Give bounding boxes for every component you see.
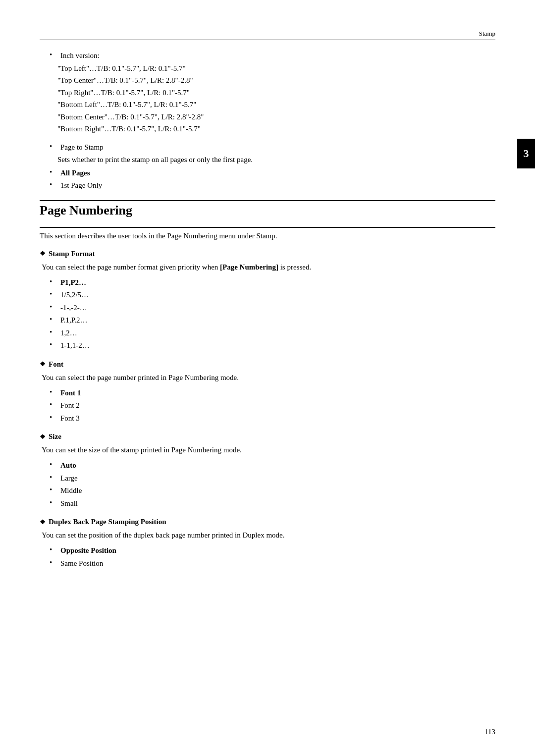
page-to-stamp-section: • Page to Stamp Sets whether to print th… — [40, 142, 495, 191]
small-label: Small — [60, 498, 78, 509]
bullet-dot-fraction: • — [50, 290, 57, 298]
p1p2-bullet: • P1,P2… — [40, 277, 495, 288]
duplex-block: ❖ Duplex Back Page Stamping Position You… — [40, 518, 495, 569]
inch-bottom-center: "Bottom Center"…T/B: 0.1"-5.7", L/R: 2.8… — [40, 111, 495, 123]
page-number: 113 — [484, 728, 495, 736]
p-dot-bullet: • P.1,P.2… — [40, 315, 495, 326]
bullet-dot-font2: • — [50, 400, 57, 409]
bullet-dot-p1p2: • — [50, 277, 57, 286]
diamond-icon-stamp-format: ❖ — [40, 250, 46, 258]
header-label: Stamp — [479, 30, 495, 38]
inch-version-bullet: • Inch version: — [40, 50, 495, 61]
page-container: Stamp 3 • Inch version: "Top Left"…T/B: … — [0, 0, 535, 756]
stamp-format-heading: ❖ Stamp Format — [40, 250, 495, 258]
bullet-dot-first-page: • — [50, 180, 57, 189]
bullet-dot-page: • — [50, 142, 57, 151]
font-heading: ❖ Font — [40, 360, 495, 369]
page-numbering-title: Page Numbering — [40, 203, 495, 218]
bullet-dot-large: • — [50, 473, 57, 482]
diamond-icon-font: ❖ — [40, 360, 46, 368]
size-block: ❖ Size You can set the size of the stamp… — [40, 432, 495, 509]
font3-label: Font 3 — [60, 413, 80, 424]
simple-num-bullet: • 1,2… — [40, 327, 495, 339]
bullet-dot-hyphen: • — [50, 340, 57, 349]
p1p2-label: P1,P2… — [60, 277, 86, 288]
large-bullet: • Large — [40, 473, 495, 484]
duplex-body: You can set the position of the duplex b… — [40, 529, 495, 541]
inch-top-left: "Top Left"…T/B: 0.1"-5.7", L/R: 0.1"-5.7… — [40, 63, 495, 74]
dash-bullet: • -1-,-2-… — [40, 302, 495, 314]
large-label: Large — [60, 473, 78, 484]
content-area: • Inch version: "Top Left"…T/B: 0.1"-5.7… — [40, 45, 495, 569]
opposite-position-bullet: • Opposite Position — [40, 545, 495, 556]
duplex-label: Duplex Back Page Stamping Position — [49, 518, 166, 526]
font-body: You can select the page number printed i… — [40, 372, 495, 383]
bullet-dot-font1: • — [50, 388, 57, 396]
font1-bullet: • Font 1 — [40, 387, 495, 399]
stamp-format-block: ❖ Stamp Format You can select the page n… — [40, 250, 495, 351]
size-body: You can set the size of the stamp printe… — [40, 444, 495, 456]
size-heading: ❖ Size — [40, 432, 495, 441]
same-position-bullet: • Same Position — [40, 558, 495, 569]
fraction-bullet: • 1/5,2/5… — [40, 289, 495, 301]
dash-label: -1-,-2-… — [60, 302, 87, 314]
bullet-dot-p-dot: • — [50, 315, 57, 324]
bullet-dot-font3: • — [50, 413, 57, 422]
stamp-format-body: You can select the page number format gi… — [40, 261, 495, 273]
simple-num-label: 1,2… — [60, 327, 77, 339]
page-header: Stamp — [40, 30, 495, 40]
bullet-dot-simple: • — [50, 328, 57, 336]
side-tab-number: 3 — [517, 139, 535, 168]
page-numbering-bold: [Page Numbering] — [220, 263, 278, 271]
page-to-stamp-label: Page to Stamp — [60, 142, 104, 153]
stamp-format-label: Stamp Format — [49, 250, 95, 258]
page-to-stamp-bullet: • Page to Stamp — [40, 142, 495, 153]
bullet-dot-all-pages: • — [50, 168, 57, 176]
fraction-label: 1/5,2/5… — [60, 289, 89, 301]
bullet-dot-inch: • — [50, 51, 57, 59]
bullet-dot-auto: • — [50, 460, 57, 469]
font-label: Font — [49, 360, 63, 369]
bullet-dot-middle: • — [50, 486, 57, 494]
inch-top-right: "Top Right"…T/B: 0.1"-5.7", L/R: 0.1"-5.… — [40, 87, 495, 99]
diamond-icon-duplex: ❖ — [40, 518, 46, 526]
hyphen-num-label: 1-1,1-2… — [60, 340, 90, 351]
page-to-stamp-desc: Sets whether to print the stamp on all p… — [40, 154, 495, 165]
middle-bullet: • Middle — [40, 485, 495, 496]
section-intro-text: This section describes the user tools in… — [40, 230, 495, 242]
opposite-position-label: Opposite Position — [60, 545, 116, 556]
font1-label: Font 1 — [60, 387, 81, 399]
all-pages-label: All Pages — [60, 167, 90, 179]
font2-label: Font 2 — [60, 400, 80, 411]
diamond-icon-size: ❖ — [40, 433, 46, 441]
font3-bullet: • Font 3 — [40, 413, 495, 424]
section-divider-2 — [40, 227, 495, 228]
small-bullet: • Small — [40, 498, 495, 509]
inch-bottom-right: "Bottom Right"…T/B: 0.1"-5.7", L/R: 0.1"… — [40, 123, 495, 135]
all-pages-bullet: • All Pages — [40, 167, 495, 179]
inch-version-label: Inch version: — [60, 50, 100, 61]
font2-bullet: • Font 2 — [40, 400, 495, 411]
inch-top-center: "Top Center"…T/B: 0.1"-5.7", L/R: 2.8"-2… — [40, 75, 495, 86]
size-label: Size — [49, 432, 61, 441]
section-divider — [40, 200, 495, 201]
p-dot-label: P.1,P.2… — [60, 315, 88, 326]
bullet-dot-same: • — [50, 558, 57, 567]
bullet-dot-opposite: • — [50, 545, 57, 554]
same-position-label: Same Position — [60, 558, 103, 569]
auto-label: Auto — [60, 460, 76, 471]
first-page-only-label: 1st Page Only — [60, 180, 102, 191]
bullet-dot-small: • — [50, 498, 57, 507]
middle-label: Middle — [60, 485, 82, 496]
font-block: ❖ Font You can select the page number pr… — [40, 360, 495, 424]
auto-bullet: • Auto — [40, 460, 495, 471]
duplex-heading: ❖ Duplex Back Page Stamping Position — [40, 518, 495, 526]
first-page-only-bullet: • 1st Page Only — [40, 180, 495, 191]
inch-bottom-left: "Bottom Left"…T/B: 0.1"-5.7", L/R: 0.1"-… — [40, 99, 495, 110]
inch-version-section: • Inch version: "Top Left"…T/B: 0.1"-5.7… — [40, 50, 495, 135]
hyphen-num-bullet: • 1-1,1-2… — [40, 340, 495, 351]
bullet-dot-dash: • — [50, 303, 57, 311]
